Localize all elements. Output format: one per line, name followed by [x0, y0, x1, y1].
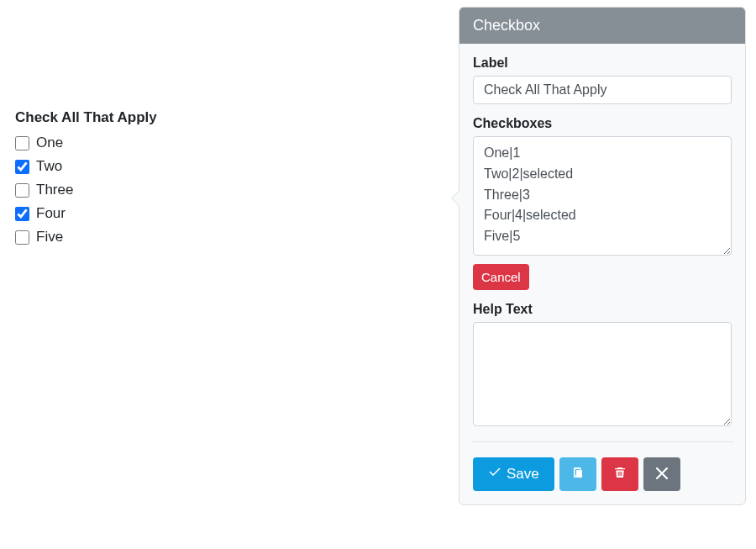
- helptext-textarea[interactable]: [473, 322, 732, 426]
- delete-button[interactable]: [601, 457, 638, 491]
- checkbox-input[interactable]: [15, 136, 29, 150]
- checkbox-row[interactable]: One: [15, 135, 435, 151]
- label-heading: Label: [473, 55, 732, 71]
- checkbox-label: Two: [36, 158, 62, 175]
- check-icon: [488, 464, 501, 484]
- label-group: Label: [473, 55, 732, 104]
- checkbox-input[interactable]: [15, 230, 29, 245]
- checkboxes-textarea[interactable]: [473, 136, 732, 256]
- checkboxes-heading: Checkboxes: [473, 116, 732, 131]
- checkbox-row[interactable]: Five: [15, 229, 435, 245]
- save-button[interactable]: Save: [473, 457, 554, 491]
- save-button-label: Save: [507, 464, 539, 484]
- checkbox-input[interactable]: [15, 207, 29, 221]
- helptext-heading: Help Text: [473, 302, 732, 317]
- checkbox-row[interactable]: Three: [15, 182, 435, 198]
- svg-rect-2: [617, 472, 618, 476]
- checkbox-row[interactable]: Four: [15, 205, 435, 222]
- svg-rect-4: [621, 472, 622, 476]
- editor-panel: Checkbox Label Checkboxes Cancel Help Te…: [459, 7, 746, 505]
- preview-field-label: Check All That Apply: [15, 109, 435, 126]
- cancel-button[interactable]: Cancel: [473, 264, 529, 290]
- checkbox-label: Four: [36, 205, 66, 222]
- checkbox-label: One: [36, 135, 63, 151]
- preview-pane: Check All That Apply OneTwoThreeFourFive: [15, 109, 435, 252]
- helptext-group: Help Text: [473, 302, 732, 430]
- action-row: Save: [473, 457, 732, 491]
- copy-button[interactable]: [559, 457, 596, 491]
- editor-title: Checkbox: [459, 8, 745, 44]
- close-icon: [656, 466, 668, 483]
- preview-options-list: OneTwoThreeFourFive: [15, 135, 435, 245]
- svg-rect-3: [619, 472, 620, 476]
- trash-icon: [613, 466, 627, 483]
- editor-body: Label Checkboxes Cancel Help Text Save: [459, 44, 745, 504]
- label-input[interactable]: [473, 76, 732, 104]
- checkbox-label: Three: [36, 182, 73, 198]
- close-button[interactable]: [643, 457, 680, 491]
- copy-icon: [571, 466, 585, 483]
- divider: [471, 441, 733, 442]
- checkboxes-group: Checkboxes Cancel: [473, 116, 732, 290]
- checkbox-row[interactable]: Two: [15, 158, 435, 175]
- checkbox-input[interactable]: [15, 183, 29, 198]
- svg-rect-0: [576, 470, 582, 478]
- checkbox-label: Five: [36, 229, 63, 245]
- checkbox-input[interactable]: [15, 160, 29, 174]
